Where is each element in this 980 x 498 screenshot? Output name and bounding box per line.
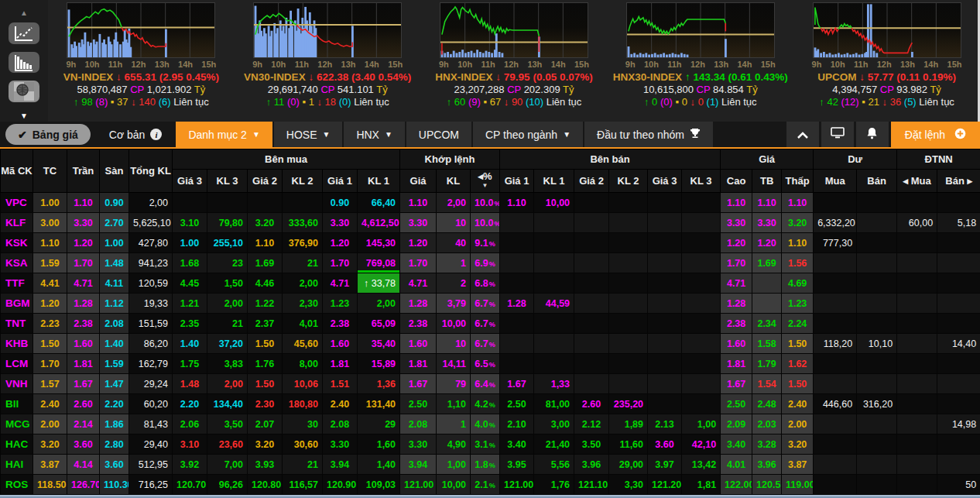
tran-cell: 1.81 — [67, 354, 100, 374]
ticker-cell[interactable]: KHB — [1, 334, 33, 354]
tab-bang-gia[interactable]: ✔ Bảng giá — [5, 124, 91, 145]
tab-cp-theo-nganh[interactable]: CP theo ngành ▼ — [473, 122, 583, 147]
ceiling-count: (12) — [841, 96, 859, 108]
cao-cell: 4.01 — [721, 455, 752, 475]
line-chart-button[interactable] — [9, 22, 39, 44]
ticker-cell[interactable]: BII — [1, 394, 33, 414]
table-row[interactable]: VPC1.001.100.902,000.9066,401.102,0010.0… — [1, 193, 980, 213]
tab-co-ban[interactable]: Cơ bản i — [97, 122, 175, 147]
ticker-cell[interactable]: HAI — [1, 455, 33, 475]
index-panel-vn-index[interactable]: 9h10h11h12h13h14h15hVN-INDEX ↓ 655.31 (2… — [48, 0, 235, 122]
bk1-cell: 1,60 — [358, 434, 400, 455]
ticker-cell[interactable]: BGM — [1, 294, 33, 314]
index-panel-vn30-index[interactable]: 9h10h11h12h13h14h15hVN30-INDEX ↓ 622.38 … — [235, 0, 421, 122]
tab-hose[interactable]: HOSE ▼ — [274, 122, 343, 147]
ticker-cell[interactable]: VNH — [1, 374, 33, 394]
group-header-price: Giá — [721, 149, 814, 170]
sg2-cell: 2.60 — [574, 394, 609, 414]
order-button[interactable]: Đặt lệnh — [891, 122, 980, 147]
up-arrow-icon: ↑ — [74, 96, 79, 108]
sg3-cell — [648, 193, 682, 213]
ticker-cell[interactable]: VPC — [1, 193, 33, 213]
bg1-cell: 1.23 — [323, 294, 358, 314]
mg-cell: 3.94 — [400, 455, 437, 475]
thap-cell: 4.69 — [782, 273, 814, 294]
table-row[interactable]: MCG2.002.141.8681,432.063,502.07302.0829… — [1, 414, 980, 434]
nmua-cell — [897, 455, 937, 475]
mk-cell: 40 — [437, 233, 471, 253]
index-turnover: 541.101 — [338, 84, 374, 95]
ticker-cell[interactable]: TNT — [1, 314, 33, 334]
sg2-cell — [574, 374, 609, 394]
notifications-button[interactable] — [856, 122, 889, 147]
scroll-down-icon[interactable]: ▼ — [20, 111, 28, 122]
table-row[interactable]: HAI3.874.143.60512,953.927,003.93213.941… — [1, 455, 980, 475]
table-row[interactable]: ROS118.50126.70110.30716,25120.7096,2612… — [1, 475, 980, 495]
table-row[interactable]: KSA1.591.701.48941,231.68231.69211.70769… — [1, 253, 980, 273]
table-row[interactable]: TNT2.232.382.08151,592.35212.374,012.386… — [1, 314, 980, 334]
tran-cell: 2.14 — [67, 414, 100, 434]
decliners-count: 36 — [890, 96, 901, 108]
table-row[interactable]: BGM1.201.281.1219,331.212,001.222,301.23… — [1, 294, 980, 314]
thap-cell: 2.00 — [782, 414, 814, 434]
tab-hnx[interactable]: HNX ▼ — [344, 122, 404, 147]
tab-dau-tu-theo-nhom[interactable]: Đầu tư theo nhóm — [584, 122, 713, 147]
index-panel-upcom[interactable]: 9h10h11h12h13h14h15hUPCOM ↓ 57.77 (0.11 … — [793, 0, 980, 122]
bg3-cell: 4.45 — [173, 273, 207, 294]
tab-label: CP theo ngành — [485, 129, 557, 141]
thap-cell: 1.56 — [782, 253, 814, 273]
monitor-button[interactable] — [821, 122, 854, 147]
scroll-up-icon[interactable]: ▲ — [20, 8, 28, 19]
sk2-cell — [609, 354, 648, 374]
tab-label: HOSE — [286, 129, 317, 141]
ticker-cell[interactable]: LCM — [1, 354, 33, 374]
col-header-dtnn-mua[interactable]: ◂ Mua — [897, 170, 937, 193]
tc-cell: 2.40 — [33, 394, 67, 414]
sg2-cell: 2.12 — [574, 414, 609, 434]
table-row[interactable]: KLF3.003.302.705,625,103.1079,803.20333,… — [1, 213, 980, 233]
dmua-cell — [814, 273, 857, 294]
thap-cell: 1.10 — [782, 193, 814, 213]
ticker-cell[interactable]: TTF — [1, 273, 33, 294]
index-chart — [626, 2, 775, 58]
sk2-cell: 1,89 — [609, 414, 648, 434]
sg3-cell: 3.60 — [648, 434, 682, 455]
table-row[interactable]: LCM1.701.811.59162,791.753,831.768,001.8… — [1, 354, 980, 374]
bg3-cell: 3.10 — [173, 434, 207, 455]
san-cell: 0.90 — [100, 193, 129, 213]
bar-chart-button[interactable] — [9, 52, 39, 74]
sk3-cell — [682, 294, 721, 314]
col-header-dtnn-ban[interactable]: Bán ▸ — [937, 170, 980, 193]
table-row[interactable]: KHB1.501.601.4086,201.4037,201.5045,601.… — [1, 334, 980, 354]
axis-tick-label: 12h — [132, 60, 146, 69]
ticker-cell[interactable]: KSA — [1, 253, 33, 273]
total-cell: 60,20 — [129, 394, 173, 414]
table-row[interactable]: BII2.402.602.2060,202.20134,402.30180,80… — [1, 394, 980, 414]
ticker-cell[interactable]: MCG — [1, 414, 33, 434]
sg3-cell — [648, 374, 682, 394]
col-header-tc: TC — [33, 149, 67, 193]
axis-tick-label: 13h — [900, 60, 915, 69]
tab-upcom[interactable]: UPCOM — [406, 122, 471, 147]
index-panel-hnx-index[interactable]: 9h10h11h12h13h14h15hHNX-INDEX ↓ 79.95 (0… — [421, 0, 608, 122]
index-panel-hnx30-index[interactable]: 9h10h11h12h13h14h15hHNX30-INDEX ↑ 143.34… — [607, 0, 793, 122]
ticker-cell[interactable]: ROS — [1, 475, 33, 495]
san-cell: 110.30 — [100, 475, 129, 495]
session-status: Liên tục — [721, 96, 757, 108]
table-row[interactable]: HAC3.203.602.8029,403.1023,603.2030,603.… — [1, 434, 980, 455]
axis-tick-label: 15h — [947, 60, 962, 69]
collapse-top-button[interactable] — [786, 122, 819, 147]
table-row[interactable]: TTF4.414.714.11120,594.451,504.462,004.7… — [1, 273, 980, 294]
col-header-match-pct[interactable]: ◂%▼ — [471, 170, 500, 193]
ticker-cell[interactable]: HAC — [1, 434, 33, 455]
market-overview-button[interactable] — [9, 81, 39, 102]
ticker-cell[interactable]: KSK — [1, 233, 33, 253]
axis-tick-label: 12h — [877, 60, 892, 69]
table-row[interactable]: KSK1.101.201.00427,801.00255,101.10376,9… — [1, 233, 980, 253]
bk3-cell: 21 — [207, 314, 248, 334]
sg3-cell — [648, 233, 682, 253]
sg3-cell — [648, 394, 682, 414]
tab-danh-muc-2[interactable]: Danh mục 2 ▼ — [176, 122, 272, 147]
table-row[interactable]: VNH1.571.671.4729,241.482,001.5010,061.5… — [1, 374, 980, 394]
ticker-cell[interactable]: KLF — [1, 213, 33, 233]
